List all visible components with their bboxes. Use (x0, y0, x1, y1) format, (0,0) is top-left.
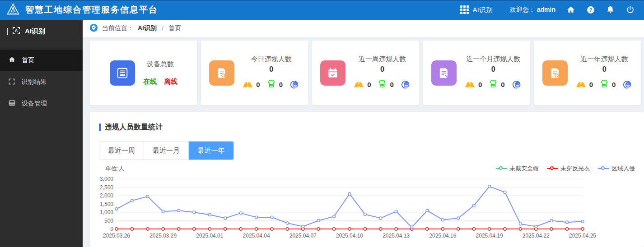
svg-text:2025.03.26: 2025.03.26 (103, 233, 130, 239)
main-content: 当前位置： AI识别 / 首页 设备总数 在线 离 (83, 20, 644, 247)
helmet-violation-count: 0 (367, 81, 371, 88)
sidebar-item-recognition-results[interactable]: 识别结果 (0, 71, 83, 93)
document-list-icon (431, 60, 457, 86)
legend-item-intrusion[interactable]: 区域入侵 (598, 165, 635, 173)
card-title: 近一个月违规人数 (466, 55, 520, 64)
violations-total: 0 (380, 65, 384, 73)
card-violations-week: 近一周违规人数 0 0 0 (312, 41, 420, 105)
card-violations-year: 近一年违规人数 0 0 0 (534, 41, 641, 105)
apps-grid-icon (460, 5, 469, 14)
platform-title: 智慧工地综合管理服务信息平台 (25, 4, 158, 16)
sidebar-menu: 首页 识别结果 设备管理 (0, 43, 83, 114)
legend-line-marker (496, 166, 507, 171)
vest-violation-count: 0 (612, 81, 616, 88)
breadcrumb-prefix: 当前位置： (102, 24, 134, 32)
breadcrumb: 当前位置： AI识别 / 首页 (83, 20, 644, 37)
home-icon[interactable] (566, 5, 575, 14)
sidebar-item-label: 设备管理 (22, 100, 47, 108)
stat-cards-row: 设备总数 在线 离线 今日违规人数 0 (83, 41, 644, 105)
svg-text:2025.04.13: 2025.04.13 (383, 233, 410, 239)
offline-status-label: 离线 (164, 78, 177, 86)
violations-total: 0 (491, 65, 495, 73)
vest-violation-count: 0 (390, 81, 393, 88)
helmet-icon (243, 80, 253, 90)
card-device-total: 设备总数 在线 离线 (90, 41, 197, 105)
violations-total: 0 (602, 65, 607, 73)
notifications-bell-icon[interactable] (606, 5, 615, 14)
vest-icon (378, 79, 387, 90)
sidebar-item-label: 首页 (22, 56, 34, 64)
svg-text:3,000: 3,000 (100, 176, 113, 182)
violations-line-chart: 05001,0001,5002,0002,5003,0002025.03.262… (99, 174, 644, 243)
intrusion-spiral-icon (622, 78, 633, 91)
vest-icon (489, 79, 498, 90)
device-box-icon (110, 60, 135, 86)
helmet-violation-count: 0 (478, 81, 482, 88)
card-title: 设备总数 (147, 60, 174, 69)
helmet-violation-count: 0 (256, 81, 260, 88)
svg-text:1,000: 1,000 (100, 209, 113, 215)
scan-brackets-icon (8, 78, 15, 87)
top-header-bar: 智慧工地综合管理服务信息平台 AI识别 欢迎您：admin (0, 0, 644, 20)
breadcrumb-current[interactable]: 首页 (168, 24, 181, 32)
breadcrumb-root[interactable]: AI识别 (138, 24, 157, 32)
y-axis-unit-label: 单位:人 (105, 165, 125, 173)
svg-text:2025.04.04: 2025.04.04 (243, 233, 270, 239)
tab-last-year[interactable]: 最近一年 (189, 142, 233, 160)
panel-title: 违规人员数量统计 (99, 123, 635, 132)
document-report-icon (209, 60, 234, 86)
svg-text:?: ? (589, 7, 593, 13)
legend-item-vest[interactable]: 未穿反光衣 (547, 165, 590, 173)
intrusion-spiral-icon (512, 78, 522, 91)
helmet-icon (354, 80, 364, 90)
sidebar: A AI识别 首页 识别结果 (0, 20, 83, 247)
tab-last-week[interactable]: 最近一周 (99, 142, 144, 160)
help-icon[interactable]: ? (586, 5, 595, 14)
card-violations-month: 近一个月违规人数 0 0 0 (423, 41, 530, 105)
logout-power-icon[interactable] (626, 5, 635, 14)
svg-text:2025.04.10: 2025.04.10 (336, 233, 363, 239)
svg-text:2025.04.25: 2025.04.25 (569, 233, 596, 239)
ai-scan-icon: A (12, 26, 21, 37)
device-icon (8, 99, 16, 108)
intrusion-spiral-icon (289, 78, 300, 91)
svg-text:2025.04.22: 2025.04.22 (523, 233, 550, 239)
platform-logo-icon (6, 3, 20, 17)
violations-chart-panel: 违规人员数量统计 最近一周 最近一月 最近一年 单位:人 未戴安全帽 未穿反光衣 (90, 112, 644, 247)
svg-text:1,500: 1,500 (100, 201, 113, 207)
legend-line-marker (598, 166, 609, 171)
vest-icon (600, 79, 609, 90)
tab-last-month[interactable]: 最近一月 (144, 142, 189, 160)
intrusion-spiral-icon (401, 78, 411, 91)
svg-text:2,000: 2,000 (100, 192, 113, 199)
svg-text:2,500: 2,500 (100, 184, 113, 191)
location-pin-icon (89, 23, 98, 33)
title-accent-bar (99, 124, 101, 131)
nav-app-switcher[interactable]: AI识别 (460, 5, 493, 14)
card-title: 今日违规人数 (251, 55, 292, 64)
card-title: 近一周违规人数 (359, 55, 406, 64)
helmet-icon (465, 80, 475, 90)
card-violations-today: 今日违规人数 0 0 (201, 41, 308, 105)
svg-text:500: 500 (104, 218, 113, 224)
legend-line-marker (547, 166, 558, 171)
vest-violation-count: 0 (501, 81, 504, 88)
svg-text:2025.04.07: 2025.04.07 (289, 233, 317, 239)
calendar-check-icon (320, 60, 345, 86)
svg-text:2025.03.29: 2025.03.29 (149, 233, 177, 239)
legend-item-helmet[interactable]: 未戴安全帽 (496, 165, 539, 173)
sidebar-item-device-management[interactable]: 设备管理 (0, 93, 83, 114)
helmet-violation-count: 0 (589, 81, 593, 88)
svg-text:A: A (15, 28, 18, 33)
time-range-tabs: 最近一周 最近一月 最近一年 (99, 141, 234, 160)
sidebar-header: A AI识别 (0, 20, 83, 43)
welcome-text: 欢迎您：admin (510, 6, 555, 14)
nav-app-label: AI识别 (473, 6, 493, 14)
collapse-handle-icon[interactable] (7, 28, 8, 35)
sidebar-item-home[interactable]: 首页 (0, 50, 83, 71)
document-report-icon (542, 60, 568, 86)
card-title: 近一年违规人数 (581, 55, 628, 64)
username: admin (537, 6, 555, 13)
svg-text:2025.04.19: 2025.04.19 (476, 233, 503, 239)
vest-violation-count: 0 (279, 81, 283, 88)
